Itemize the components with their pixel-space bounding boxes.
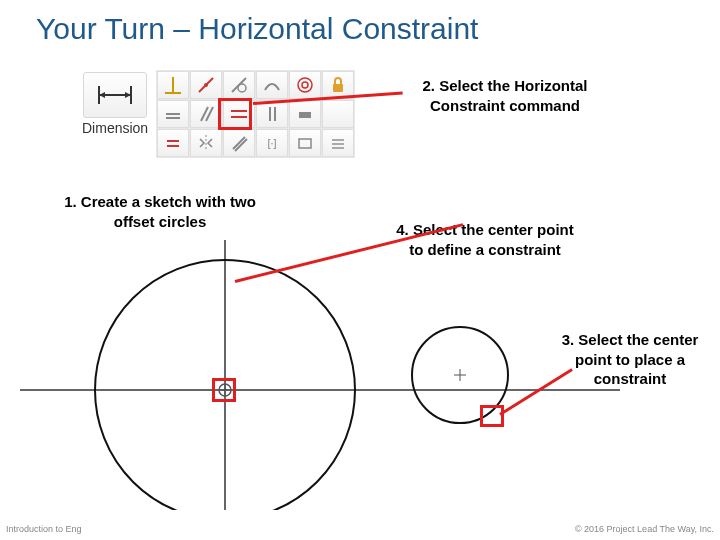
pattern-icon[interactable] [223,129,255,157]
symmetric-icon[interactable]: [·] [256,129,288,157]
dimension-icon [83,72,147,118]
coincident-icon[interactable] [190,71,222,99]
vertical-constraint-icon[interactable] [256,100,288,128]
sketch-canvas [20,240,620,510]
instruction-1: 1. Create a sketch with two offset circl… [60,192,260,231]
svg-rect-29 [299,139,311,148]
svg-point-10 [238,84,246,92]
svg-point-12 [302,82,308,88]
tangent-icon[interactable] [223,71,255,99]
perpendicular-icon[interactable] [157,71,189,99]
horizontal-constraint-icon[interactable] [223,100,255,128]
parallel-icon[interactable] [190,100,222,128]
settings-icon[interactable] [322,129,354,157]
instruction-2: 2. Select the Horizontal Constraint comm… [400,76,610,115]
svg-text:[·]: [·] [268,137,277,149]
svg-point-11 [298,78,312,92]
equal-icon[interactable] [157,129,189,157]
mirror-icon[interactable] [190,129,222,157]
dimension-label: Dimension [82,120,148,136]
constraint-grid: [·] [156,70,355,158]
lock-icon[interactable] [322,71,354,99]
smooth-icon[interactable] [256,71,288,99]
blank-cell [322,100,354,128]
svg-rect-22 [299,112,311,118]
svg-rect-13 [333,84,343,92]
dimension-set-icon[interactable] [289,129,321,157]
concentric-icon[interactable] [289,71,321,99]
dimension-tool[interactable]: Dimension [80,70,150,138]
footer-left: Introduction to Eng [6,524,82,534]
footer-right: © 2016 Project Lead The Way, Inc. [575,524,714,534]
constraint-toolbar: Dimension [·] [80,70,355,158]
fix-icon[interactable] [289,100,321,128]
page-title: Your Turn – Horizontal Constraint [36,12,478,46]
colinear-icon[interactable] [157,100,189,128]
svg-point-8 [204,83,208,87]
